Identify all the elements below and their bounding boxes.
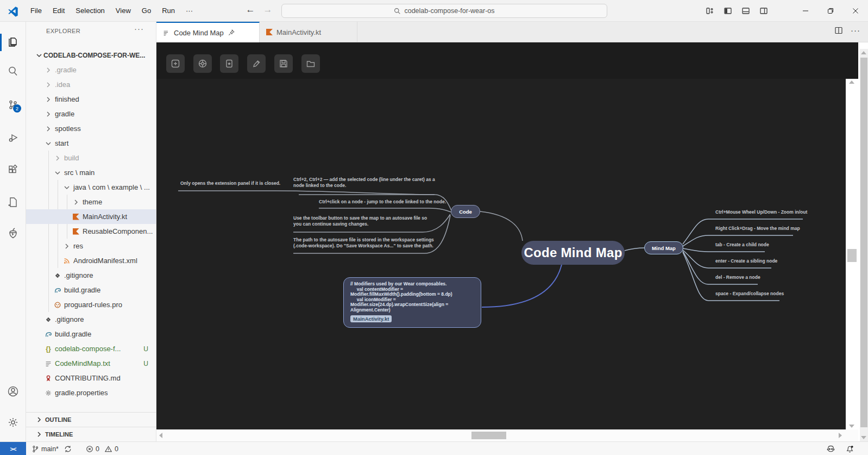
settings-button[interactable] — [0, 413, 26, 432]
pin-icon[interactable] — [228, 29, 235, 36]
node-code-branch[interactable]: Code — [451, 205, 480, 218]
nav-back-button[interactable]: ← — [243, 4, 257, 15]
branch-status[interactable]: main* — [32, 442, 72, 455]
file-link-badge[interactable]: MainActivity.kt — [350, 315, 392, 322]
tree-item-contributing-md[interactable]: CONTRIBUTING.md — [26, 371, 156, 385]
tree-item-build-gradle-start[interactable]: build.gradle — [26, 283, 156, 297]
sidebar-item-acorn-extension[interactable] — [0, 224, 26, 242]
mindmap-horizontal-scrollbar[interactable] — [156, 429, 858, 441]
menu-file[interactable]: File — [25, 4, 47, 18]
node-code-snippet[interactable]: // Modifiers used by our Wear composable… — [343, 277, 481, 328]
scroll-up-arrow[interactable] — [861, 51, 866, 54]
tree-item-finished[interactable]: finished — [26, 92, 156, 107]
scroll-left-arrow[interactable] — [159, 433, 162, 438]
sidebar-item-explorer[interactable] — [0, 33, 26, 51]
scroll-down-arrow[interactable] — [849, 425, 854, 428]
timeline-section-header[interactable]: TIMELINE — [26, 427, 156, 441]
outline-section-header[interactable]: OUTLINE — [26, 412, 156, 427]
shortcut-del[interactable]: del - Remove a node — [715, 275, 760, 281]
note-ctrl-click[interactable]: Ctrl+click on a node - jump to the code … — [319, 199, 446, 205]
split-editor-icon[interactable] — [834, 26, 843, 35]
center-map-button[interactable] — [193, 54, 212, 73]
explorer-more-actions[interactable]: ··· — [134, 24, 144, 33]
scrollbar-thumb[interactable] — [860, 58, 867, 427]
tree-item-theme[interactable]: theme — [26, 195, 156, 209]
minimize-button[interactable] — [793, 0, 818, 22]
sidebar-item-source-control[interactable]: 2 — [0, 96, 26, 114]
tree-item-build-gradle-root[interactable]: build.gradle — [26, 327, 156, 341]
toggle-panel-icon[interactable] — [739, 4, 752, 17]
menu-go[interactable]: Go — [136, 4, 156, 18]
sidebar-item-search[interactable] — [0, 62, 26, 80]
accounts-button[interactable] — [0, 382, 26, 401]
activity-bar: 2 — [0, 22, 26, 441]
menu-selection[interactable]: Selection — [70, 4, 110, 18]
copilot-status[interactable] — [826, 442, 835, 455]
tree-item-codemindmap-txt[interactable]: CodeMindMap.txtU — [26, 356, 156, 371]
note-autosave-path[interactable]: The path to the autosave file is stored … — [293, 237, 436, 249]
status-bar: >< main* 0 0 — [0, 441, 868, 455]
add-node-button[interactable] — [166, 54, 185, 73]
scroll-down-arrow[interactable] — [861, 436, 866, 439]
node-center[interactable]: Code Mind Map — [521, 241, 625, 265]
mindmap-vertical-scrollbar[interactable] — [846, 79, 858, 429]
tree-item-gitignore-root[interactable]: .gitignore — [26, 312, 156, 327]
tree-item-spotless[interactable]: spotless — [26, 121, 156, 136]
tree-item-dot-gradle[interactable]: .gradle — [26, 63, 156, 77]
tab-mainactivity-kt[interactable]: MainActivity.kt — [260, 22, 357, 42]
node-mindmap-branch[interactable]: Mind Map — [644, 241, 683, 254]
shortcut-tab[interactable]: tab - Create a child node — [715, 242, 769, 248]
mindmap-canvas[interactable]: Only opens the extension panel if it is … — [156, 79, 846, 429]
close-button[interactable] — [843, 0, 868, 22]
menu-edit[interactable]: Edit — [47, 4, 70, 18]
tab-code-mind-map[interactable]: Code Mind Map — [156, 22, 260, 42]
sidebar-item-new-file-view[interactable] — [0, 193, 26, 211]
shortcut-enter[interactable]: enter - Create a sibling node — [715, 258, 777, 264]
shortcut-zoom[interactable]: Ctrl+Mouse Wheel Up/Down - Zoom in/out — [715, 209, 807, 215]
tree-item-res[interactable]: res — [26, 239, 156, 253]
scroll-right-arrow[interactable] — [839, 433, 842, 438]
notifications-status[interactable] — [846, 442, 854, 455]
scroll-up-arrow[interactable] — [849, 80, 854, 84]
star-card-button[interactable] — [220, 54, 238, 73]
save-button[interactable] — [274, 54, 293, 73]
remote-indicator[interactable]: >< — [0, 442, 26, 455]
pen-button[interactable] — [247, 54, 266, 73]
tree-item-start[interactable]: start — [26, 136, 156, 151]
menu-run[interactable]: Run — [156, 4, 180, 18]
tree-item-proguard-rules[interactable]: proguard-rules.pro — [26, 297, 156, 312]
nav-forward-button[interactable]: → — [261, 4, 275, 15]
editor-more-actions[interactable]: ··· — [851, 26, 860, 35]
tree-item-gradle[interactable]: gradle — [26, 107, 156, 121]
open-folder-button[interactable] — [301, 54, 320, 73]
restore-button[interactable] — [818, 0, 843, 22]
tree-item-androidmanifest[interactable]: AndroidManifest.xml — [26, 253, 156, 268]
note-ctrl2[interactable]: Ctrl+2, Ctrl+2 — add the selected code (… — [293, 177, 438, 189]
customize-layout-icon[interactable] — [703, 4, 716, 17]
shortcut-move[interactable]: Right Click+Drag - Move the mind map — [715, 226, 800, 232]
tree-root-folder[interactable]: CODELAB-COMPOSE-FOR-WE... — [26, 49, 156, 62]
command-center-search[interactable]: codelab-compose-for-wear-os — [281, 4, 607, 18]
problems-status[interactable]: 0 0 — [86, 442, 118, 455]
shortcut-space[interactable]: space - Expand/collapse nodes — [715, 291, 784, 297]
tree-item-mainactivity-kt[interactable]: MainActivity.kt — [26, 209, 156, 224]
tree-item-codelab-compose-workspace[interactable]: {}codelab-compose-f...U — [26, 341, 156, 356]
menu-view[interactable]: View — [110, 4, 136, 18]
scrollbar-thumb[interactable] — [471, 432, 506, 439]
tree-item-src-main[interactable]: src \ main — [26, 165, 156, 180]
sidebar-item-extensions[interactable] — [0, 161, 26, 179]
note-extension-panel[interactable]: Only opens the extension panel if it is … — [180, 180, 280, 186]
tree-item-reusablecomponents[interactable]: ReusableComponen... — [26, 224, 156, 239]
scrollbar-thumb[interactable] — [847, 249, 857, 262]
menu-more[interactable]: ··· — [180, 4, 198, 18]
editor-vertical-scrollbar[interactable] — [860, 49, 868, 441]
tree-item-java-com-example[interactable]: java \ com \ example \ ... — [26, 180, 156, 195]
sidebar-item-run-debug[interactable] — [0, 128, 26, 147]
tree-item-gitignore-start[interactable]: .gitignore — [26, 268, 156, 283]
toggle-secondary-sidebar-icon[interactable] — [757, 4, 770, 17]
tree-item-dot-idea[interactable]: .idea — [26, 77, 156, 92]
tree-item-gradle-properties[interactable]: gradle.properties — [26, 385, 156, 400]
tree-item-build[interactable]: build — [26, 151, 156, 165]
toggle-primary-sidebar-icon[interactable] — [721, 4, 734, 17]
note-toolbar-save[interactable]: Use the toolbar button to save the map t… — [293, 215, 433, 227]
